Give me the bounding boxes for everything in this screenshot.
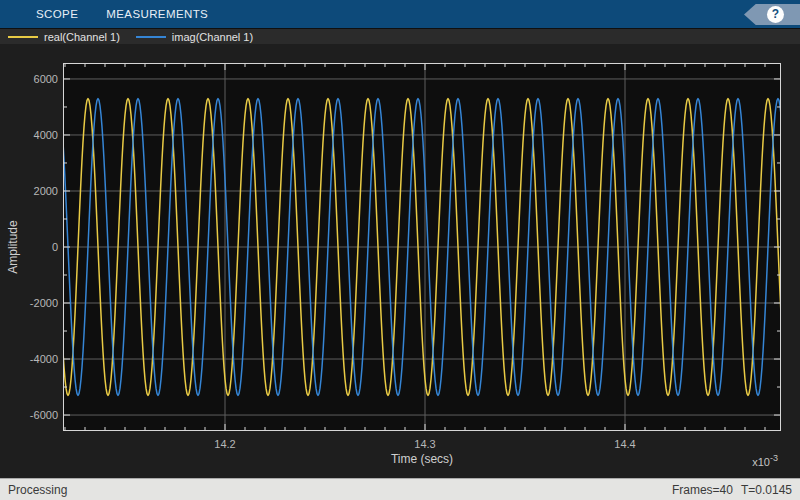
legend-label-imag: imag(Channel 1) bbox=[172, 31, 253, 43]
real-line-swatch-icon bbox=[8, 36, 38, 38]
y-tick-label: -2000 bbox=[16, 297, 58, 310]
legend-item-real[interactable]: real(Channel 1) bbox=[8, 31, 120, 43]
status-frames: Frames=40 bbox=[672, 483, 733, 497]
status-bar: Processing Frames=40 T=0.0145 bbox=[0, 478, 800, 500]
x-axis-multiplier: x10-3 bbox=[752, 453, 778, 468]
x-axis-title: Time (secs) bbox=[63, 452, 781, 466]
x-tick-label: 14.2 bbox=[203, 438, 247, 451]
status-processing: Processing bbox=[8, 483, 67, 497]
plot-region: Amplitude Time (secs) x10-3 -6000-4000-2… bbox=[0, 44, 800, 478]
y-tick-label: 6000 bbox=[16, 73, 58, 86]
y-tick-label: 0 bbox=[16, 241, 58, 254]
y-tick-label: -4000 bbox=[16, 353, 58, 366]
y-tick-label: -6000 bbox=[16, 409, 58, 422]
help-button[interactable]: ? bbox=[744, 4, 800, 25]
y-tick-label: 2000 bbox=[16, 185, 58, 198]
status-time: T=0.0145 bbox=[741, 483, 792, 497]
tab-scope[interactable]: SCOPE bbox=[22, 0, 92, 28]
x-tick-label: 14.3 bbox=[403, 438, 447, 451]
legend-label-real: real(Channel 1) bbox=[44, 31, 120, 43]
x-tick-label: 14.4 bbox=[603, 438, 647, 451]
imag-line-swatch-icon bbox=[136, 36, 166, 38]
scope-window: SCOPE MEASUREMENTS ? real(Channel 1) ima… bbox=[0, 0, 800, 500]
help-icon: ? bbox=[767, 6, 784, 23]
y-tick-label: 4000 bbox=[16, 129, 58, 142]
legend-item-imag[interactable]: imag(Channel 1) bbox=[136, 31, 253, 43]
toolbar: SCOPE MEASUREMENTS ? bbox=[0, 0, 800, 28]
tab-measurements[interactable]: MEASUREMENTS bbox=[92, 0, 222, 28]
plot-canvas[interactable] bbox=[63, 63, 781, 431]
legend: real(Channel 1) imag(Channel 1) bbox=[0, 28, 800, 44]
